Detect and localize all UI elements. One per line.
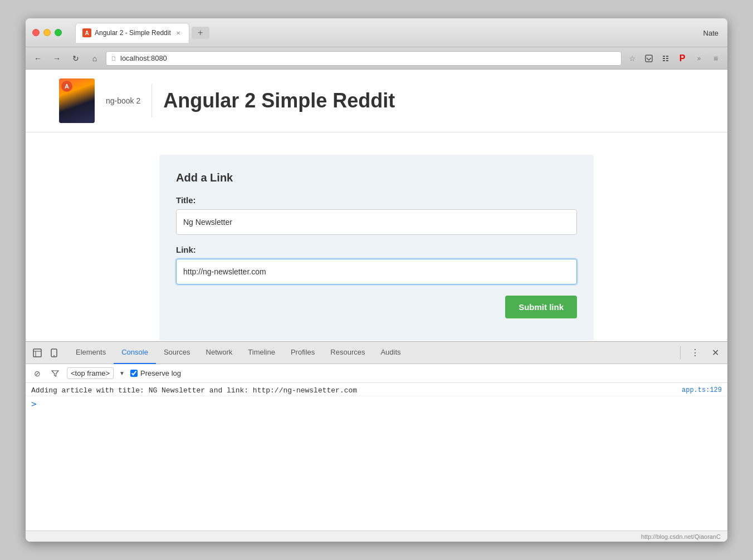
overflow-icon[interactable]: »	[692, 51, 706, 66]
address-bar: ← → ↻ ⌂ 🗋 localhost:8080 ☆	[26, 47, 727, 70]
page-icon: 🗋	[111, 55, 117, 62]
home-icon: ⌂	[92, 54, 97, 63]
link-form-group: Link:	[176, 245, 577, 284]
preserve-log-group: Preserve log	[130, 369, 181, 377]
browser-window: A Angular 2 - Simple Reddit ✕ + Nate ← →…	[26, 18, 727, 542]
devtools-mobile-icon[interactable]	[47, 346, 61, 360]
refresh-icon: ↻	[72, 54, 79, 63]
tab-bar: A Angular 2 - Simple Reddit ✕ +	[75, 23, 716, 43]
devtools-tab-sources[interactable]: Sources	[156, 342, 198, 364]
url-bar[interactable]: 🗋 localhost:8080	[106, 51, 622, 66]
app-content: A ng-book 2 Angular 2 Simple Reddit Add …	[26, 70, 727, 341]
maximize-button[interactable]	[55, 29, 62, 36]
bookmark-icon[interactable]: ☆	[625, 51, 639, 66]
svg-rect-1	[33, 349, 41, 357]
url-text: localhost:8080	[120, 54, 167, 62]
app-header: A ng-book 2 Angular 2 Simple Reddit	[26, 70, 727, 132]
devtools-tab-resources[interactable]: Resources	[322, 342, 373, 364]
home-button[interactable]: ⌂	[87, 51, 102, 66]
browser-content: A ng-book 2 Angular 2 Simple Reddit Add …	[26, 70, 727, 530]
form-container: Add a Link Title: Link: Submit link	[26, 132, 727, 341]
back-button[interactable]: ←	[30, 51, 46, 66]
menu-icon[interactable]: ≡	[708, 51, 723, 66]
tab-favicon-letter: A	[85, 30, 89, 36]
devtools-tabs-bar: Elements Console Sources Network Timelin…	[26, 342, 727, 364]
link-input[interactable]	[176, 259, 577, 284]
title-input[interactable]	[176, 209, 577, 235]
devtools-tab-timeline[interactable]: Timeline	[240, 342, 283, 364]
minimize-button[interactable]	[43, 29, 51, 36]
address-right-icons: ☆ P » ≡	[625, 51, 723, 66]
form-card: Add a Link Title: Link: Submit link	[159, 155, 594, 341]
submit-link-button[interactable]: Submit link	[505, 296, 577, 318]
svg-rect-0	[646, 55, 652, 62]
devtools-tab-audits[interactable]: Audits	[373, 342, 408, 364]
app-logo: A	[59, 78, 95, 123]
devtools-more-icon[interactable]: ⋮	[687, 345, 703, 361]
svg-point-3	[53, 355, 55, 356]
header-divider	[151, 84, 152, 117]
traffic-lights	[32, 29, 62, 36]
preserve-log-checkbox[interactable]	[130, 370, 138, 377]
tab-title: Angular 2 - Simple Reddit	[95, 29, 171, 37]
form-heading: Add a Link	[176, 171, 577, 184]
pocket-icon[interactable]	[642, 51, 656, 66]
devtools-tab-console[interactable]: Console	[114, 342, 156, 364]
console-filter-icon[interactable]	[49, 367, 61, 380]
console-log-message: Adding article with title: NG Newsletter…	[31, 386, 675, 395]
tab-close-button[interactable]: ✕	[174, 29, 182, 37]
status-url: http://blog.csdn.net/QiaoranC	[641, 533, 721, 540]
link-label: Link:	[176, 245, 577, 254]
refresh-button[interactable]: ↻	[68, 51, 84, 66]
form-actions: Submit link	[176, 296, 577, 318]
new-tab-button[interactable]: +	[192, 27, 209, 39]
devtools-separator	[680, 346, 681, 360]
angular-badge: A	[61, 81, 72, 92]
console-log-line: Adding article with title: NG Newsletter…	[26, 385, 727, 396]
devtools-tab-network[interactable]: Network	[198, 342, 241, 364]
app-title: Angular 2 Simple Reddit	[163, 89, 395, 112]
devtools-icon-group	[30, 346, 61, 360]
console-clear-icon[interactable]: ⊘	[31, 367, 43, 380]
console-log-source[interactable]: app.ts:129	[682, 386, 722, 394]
title-bar: A Angular 2 - Simple Reddit ✕ + Nate	[26, 18, 727, 47]
forward-button[interactable]: →	[49, 51, 65, 66]
browser-tab-active[interactable]: A Angular 2 - Simple Reddit ✕	[75, 23, 189, 43]
devtools-tab-profiles[interactable]: Profiles	[283, 342, 322, 364]
title-form-group: Title:	[176, 195, 577, 235]
dropdown-arrow[interactable]: ▼	[119, 370, 125, 376]
devtools-tab-elements[interactable]: Elements	[68, 342, 114, 364]
devtools-toolbar: ⊘ <top frame> ▼ Preserve log	[26, 364, 727, 383]
app-brand: ng-book 2	[106, 96, 140, 105]
title-label: Title:	[176, 195, 577, 205]
preserve-log-label: Preserve log	[140, 369, 181, 377]
devtools-inspect-icon[interactable]	[30, 346, 45, 360]
back-icon: ←	[34, 54, 42, 63]
angular-badge-letter: A	[65, 83, 69, 90]
console-prompt[interactable]: >	[26, 396, 727, 411]
extensions-icon[interactable]	[658, 51, 673, 66]
console-output: Adding article with title: NG Newsletter…	[26, 383, 727, 530]
frame-selector-label: <top frame>	[71, 369, 110, 377]
user-label: Nate	[703, 28, 718, 37]
close-button[interactable]	[32, 29, 40, 36]
pinterest-icon[interactable]: P	[675, 51, 690, 66]
devtools-close-icon[interactable]: ✕	[707, 345, 723, 361]
devtools-right-icons: ⋮ ✕	[678, 345, 723, 361]
forward-icon: →	[53, 54, 61, 63]
frame-selector[interactable]: <top frame>	[67, 367, 114, 379]
status-bar: http://blog.csdn.net/QiaoranC	[26, 530, 727, 542]
tab-favicon: A	[82, 28, 91, 37]
devtools-panel: Elements Console Sources Network Timelin…	[26, 341, 727, 530]
